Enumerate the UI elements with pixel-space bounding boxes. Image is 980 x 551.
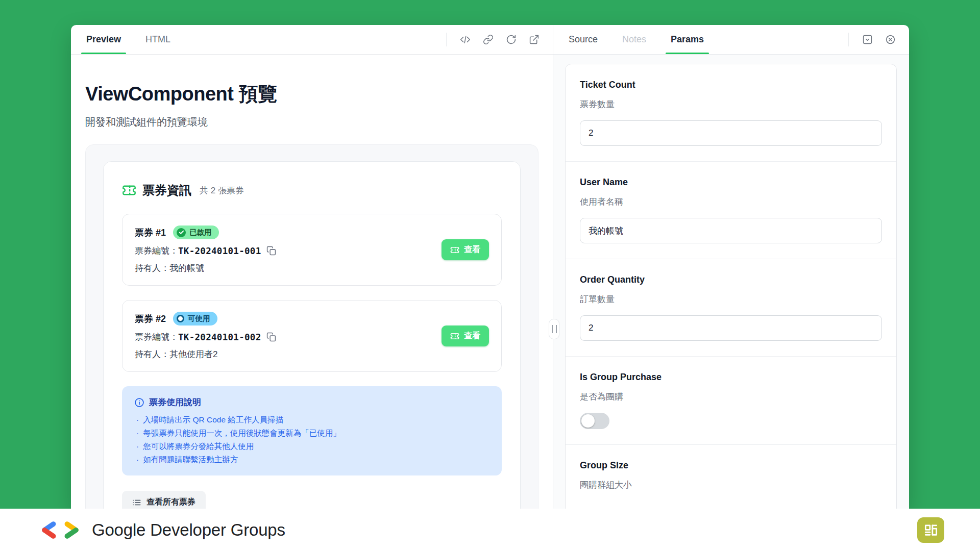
ticket-number: TK-20240101-002	[178, 332, 261, 342]
brand-name: Google Developer Groups	[92, 520, 285, 540]
param-input-user-name[interactable]	[580, 218, 882, 243]
param-section-group-purchase: Is Group Purchase 是否為團購	[566, 356, 896, 444]
info-text: 每張票券只能使用一次，使用後狀態會更新為「已使用」	[143, 427, 341, 440]
ticket-icon	[450, 245, 459, 255]
params-pane: Ticket Count 票券數量 User Name 使用者名稱 Order …	[553, 55, 909, 509]
panel-toggle-icon[interactable]	[862, 34, 873, 45]
bullet: ·	[136, 453, 139, 466]
view-ticket-button[interactable]: 查看	[442, 239, 489, 260]
badge-label: 可使用	[188, 314, 210, 323]
close-circle-icon[interactable]	[885, 34, 896, 45]
tab-preview[interactable]: Preview	[86, 25, 121, 54]
toolbar-left: Preview HTML	[71, 25, 553, 54]
section-title: 票券資訊	[142, 182, 191, 198]
info-icon	[134, 397, 144, 408]
ticket-icon	[122, 183, 136, 197]
info-list-item: · 如有問題請聯繫活動主辦方	[136, 453, 489, 466]
tab-params-label: Params	[671, 34, 704, 45]
copy-icon[interactable]	[266, 332, 276, 342]
ticket-number-label: 票券編號：	[135, 331, 178, 343]
tab-notes-label: Notes	[622, 34, 646, 45]
page-subtitle: 開發和測試組件的預覽環境	[85, 115, 538, 129]
param-section-group-size: Group Size 團購群組大小	[566, 444, 896, 506]
page-title: ViewComponent 預覽	[85, 81, 538, 107]
check-icon	[177, 228, 186, 237]
ticket-holder: 持有人：我的帳號	[135, 262, 204, 274]
split-panes: ViewComponent 預覽 開發和測試組件的預覽環境 票券資訊 共 2 張…	[71, 55, 909, 509]
preview-actions	[447, 25, 553, 54]
ticket-name: 票券 #2	[135, 313, 166, 325]
info-text: 入場時請出示 QR Code 給工作人員掃描	[143, 413, 283, 427]
param-sublabel: 使用者名稱	[580, 196, 882, 208]
refresh-icon[interactable]	[506, 34, 517, 45]
copy-icon[interactable]	[266, 246, 276, 256]
ticket-info: 票券 #1 已啟用 票券編號：	[135, 226, 442, 274]
status-badge-available: 可使用	[173, 312, 217, 325]
param-sublabel: 團購群組大小	[580, 479, 882, 491]
param-label: Order Quantity	[580, 274, 882, 285]
toolbar: Preview HTML	[71, 25, 909, 55]
tab-source-label: Source	[569, 34, 598, 45]
pane-resize-handle[interactable]	[549, 319, 559, 339]
link-icon[interactable]	[483, 34, 494, 45]
right-tab-bar: Source Notes Params	[553, 25, 704, 54]
toolbar-spacer	[170, 25, 446, 54]
info-title: 票券使用說明	[149, 396, 201, 408]
code-icon[interactable]	[460, 34, 471, 45]
usage-info-box: 票券使用說明 · 入場時請出示 QR Code 給工作人員掃描 · 每張票券只能…	[122, 386, 502, 475]
bullet: ·	[136, 427, 139, 440]
ticket-icon	[450, 332, 459, 341]
tab-preview-label: Preview	[86, 34, 121, 45]
external-link-icon[interactable]	[529, 34, 540, 45]
status-badge-active: 已啟用	[173, 226, 219, 239]
tab-html-label: HTML	[145, 34, 170, 45]
param-sublabel: 訂單數量	[580, 293, 882, 305]
param-label: Group Size	[580, 460, 882, 471]
view-ticket-button[interactable]: 查看	[442, 325, 489, 346]
params-form: Ticket Count 票券數量 User Name 使用者名稱 Order …	[565, 64, 897, 509]
info-text: 如有問題請聯繫活動主辦方	[143, 453, 238, 466]
list-icon	[132, 498, 141, 507]
bullet: ·	[136, 440, 139, 453]
gdg-logo-icon	[41, 520, 80, 540]
tab-source[interactable]: Source	[569, 25, 598, 54]
tab-notes[interactable]: Notes	[622, 25, 646, 54]
param-section-user-name: User Name 使用者名稱	[566, 161, 896, 259]
info-header: 票券使用說明	[134, 396, 489, 408]
param-section-ticket-count: Ticket Count 票券數量	[566, 64, 896, 161]
preview-pane: ViewComponent 預覽 開發和測試組件的預覽環境 票券資訊 共 2 張…	[71, 55, 553, 509]
ticket-holder: 持有人：其他使用者2	[135, 348, 217, 360]
info-list-item: · 您可以將票券分發給其他人使用	[136, 440, 489, 453]
ticket-number: TK-20240101-001	[178, 246, 261, 256]
toggle-knob	[581, 414, 595, 428]
ticket-name: 票券 #1	[135, 227, 166, 239]
seal-logo-icon	[917, 517, 944, 543]
group-purchase-toggle[interactable]	[580, 413, 609, 429]
view-button-label: 查看	[464, 244, 480, 255]
param-input-ticket-count[interactable]	[580, 120, 882, 146]
footer: Google Developer Groups	[0, 509, 980, 551]
view-all-label: 查看所有票券	[146, 497, 195, 508]
circle-icon	[177, 315, 184, 322]
param-input-order-quantity[interactable]	[580, 315, 882, 341]
param-sublabel: 是否為團購	[580, 391, 882, 403]
toolbar-right: Source Notes Params	[553, 25, 909, 54]
tab-params[interactable]: Params	[671, 25, 704, 54]
info-list-item: · 每張票券只能使用一次，使用後狀態會更新為「已使用」	[136, 427, 489, 440]
preview-canvas: 票券資訊 共 2 張票券 票券 #1	[85, 144, 538, 509]
tab-html[interactable]: HTML	[145, 25, 170, 54]
view-button-label: 查看	[464, 331, 480, 341]
ticket-card: 票券 #2 可使用 票券編號： TK-20240101-002	[122, 300, 502, 372]
param-label: Is Group Purchase	[580, 372, 882, 383]
info-list: · 入場時請出示 QR Code 給工作人員掃描 · 每張票券只能使用一次，使用…	[134, 413, 489, 466]
slide-background: Preview HTML	[0, 0, 980, 551]
toolbar-spacer	[704, 25, 848, 54]
ticket-count-label: 共 2 張票券	[200, 185, 244, 196]
param-label: Ticket Count	[580, 80, 882, 90]
left-tab-bar: Preview HTML	[71, 25, 170, 54]
ticket-info: 票券 #2 可使用 票券編號： TK-20240101-002	[135, 312, 442, 360]
bullet: ·	[136, 413, 139, 427]
grip-icon	[552, 325, 557, 333]
ticket-section-header: 票券資訊 共 2 張票券	[122, 182, 502, 198]
view-all-tickets-button[interactable]: 查看所有票券	[122, 491, 206, 509]
